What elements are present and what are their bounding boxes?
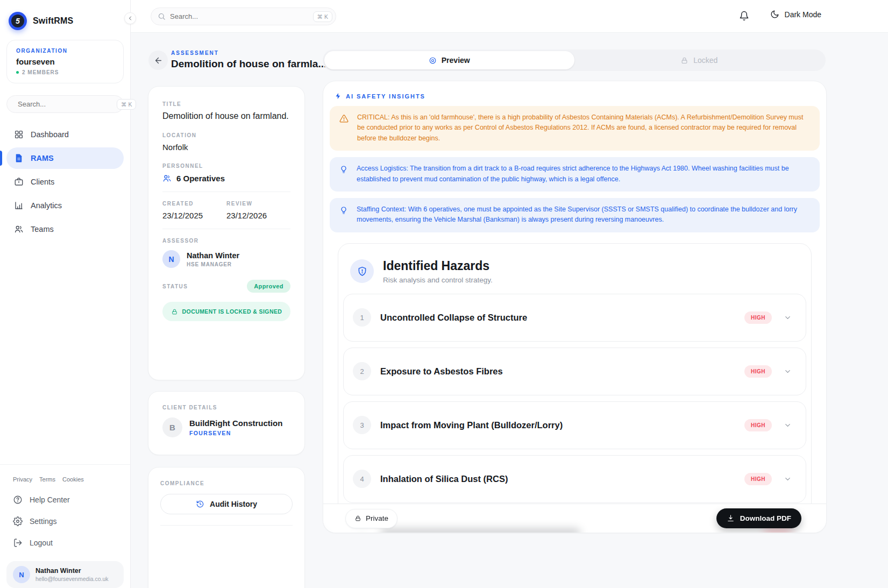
- locked-signed-banner: DOCUMENT IS LOCKED & SIGNED: [162, 302, 290, 321]
- critical-insight-text: CRITICAL: As this is an 'old farmhouse',…: [357, 112, 810, 144]
- hazard-row[interactable]: 3 Impact from Moving Plant (Bulldozer/Lo…: [343, 401, 806, 449]
- privacy-link[interactable]: Privacy: [13, 476, 32, 483]
- sidebar-search[interactable]: ⌘ K: [6, 95, 124, 113]
- cookies-link[interactable]: Cookies: [62, 476, 84, 483]
- review-value: 23/12/2026: [226, 211, 290, 220]
- title-value: Demolition of house on farmland.: [162, 111, 290, 121]
- sidebar-item-analytics[interactable]: Analytics: [6, 195, 124, 216]
- hazard-number: 2: [353, 362, 371, 380]
- assessment-title: Demolition of house on farmla...: [171, 58, 326, 70]
- lightbulb-icon: [339, 206, 348, 215]
- warning-triangle-icon: [339, 114, 349, 123]
- notifications-button[interactable]: [739, 11, 749, 21]
- personnel-icon: [162, 174, 172, 183]
- moon-icon: [770, 10, 779, 19]
- hazard-row[interactable]: 2 Exposure to Asbestos Fibres HIGH: [343, 348, 806, 395]
- sidebar-nav: Dashboard RAMS Clients Analytics Teams: [0, 123, 130, 241]
- ai-insights-header: AI SAFETY INSIGHTS: [335, 93, 826, 100]
- compliance-label: COMPLIANCE: [160, 480, 293, 486]
- util-label: Logout: [30, 539, 53, 547]
- organization-card[interactable]: ORGANIZATION fourseven 2 MEMBERS: [6, 40, 124, 83]
- global-search-shortcut: ⌘ K: [313, 11, 332, 22]
- current-user-card[interactable]: N Nathan Winter hello@foursevenmedia.co.…: [6, 561, 124, 588]
- severity-badge: HIGH: [744, 473, 772, 485]
- online-dot: [16, 71, 19, 74]
- global-search[interactable]: ⌘ K: [151, 8, 336, 25]
- topbar: ⌘ K Dark Mode: [131, 0, 888, 33]
- hazards-subtitle: Risk analysis and control strategy.: [383, 276, 493, 284]
- lightbulb-icon: [339, 165, 348, 174]
- review-label: REVIEW: [226, 201, 290, 207]
- chevron-down-icon[interactable]: [784, 421, 792, 429]
- sidebar-search-input[interactable]: [18, 100, 112, 108]
- nav-label: Teams: [31, 225, 54, 233]
- bell-icon: [739, 11, 749, 21]
- utility-nav: Help Center Settings Logout: [0, 485, 130, 558]
- identified-hazards-section: Identified Hazards Risk analysis and con…: [338, 243, 812, 533]
- organization-members: 2 MEMBERS: [22, 69, 59, 75]
- chevron-left-icon: [127, 15, 133, 22]
- location-value: Norfolk: [162, 143, 290, 152]
- back-button[interactable]: [148, 51, 168, 70]
- preview-eye-icon: [429, 56, 437, 65]
- visibility-toggle[interactable]: Private: [345, 509, 397, 528]
- assessment-preview-panel: AI SAFETY INSIGHTS CRITICAL: As this is …: [323, 81, 827, 533]
- logout-item[interactable]: Logout: [6, 532, 124, 554]
- assessor-name: Nathan Winter: [187, 251, 239, 260]
- download-pdf-button[interactable]: Download PDF: [716, 508, 801, 528]
- settings-item[interactable]: Settings: [6, 511, 124, 532]
- user-name: Nathan Winter: [35, 567, 109, 575]
- content-area: ASSESSMENT Demolition of house on farmla…: [131, 33, 888, 588]
- status-label: STATUS: [162, 284, 188, 289]
- shield-badge: [350, 259, 374, 283]
- insight-note: Access Logistics: The transition from a …: [330, 157, 820, 192]
- audit-history-button[interactable]: Audit History: [160, 494, 293, 514]
- hazards-list: 1 Uncontrolled Collapse of Structure HIG…: [338, 294, 811, 503]
- insight-notes: Access Logistics: The transition from a …: [323, 157, 826, 232]
- chevron-down-icon[interactable]: [784, 314, 792, 322]
- assessor-label: ASSESSOR: [162, 238, 290, 244]
- hazards-title: Identified Hazards: [383, 259, 493, 273]
- global-search-input[interactable]: [170, 12, 309, 20]
- nav-label: Analytics: [31, 201, 62, 210]
- dark-mode-toggle[interactable]: Dark Mode: [770, 10, 821, 19]
- help-center-item[interactable]: Help Center: [6, 489, 124, 511]
- sidebar-item-dashboard[interactable]: Dashboard: [6, 124, 124, 145]
- hazard-row[interactable]: 1 Uncontrolled Collapse of Structure HIG…: [343, 294, 806, 342]
- tab-preview[interactable]: Preview: [324, 51, 574, 69]
- search-icon: [158, 12, 166, 20]
- analytics-icon: [14, 201, 24, 210]
- organization-label: ORGANIZATION: [16, 48, 114, 54]
- sidebar-collapse-button[interactable]: [124, 12, 136, 24]
- assessor-role: HSE MANAGER: [187, 261, 239, 267]
- sidebar-item-rams[interactable]: RAMS: [6, 147, 124, 169]
- severity-badge: HIGH: [744, 365, 772, 378]
- hazard-number: 3: [353, 416, 371, 434]
- clients-icon: [14, 177, 24, 187]
- hazard-row[interactable]: 4 Inhalation of Silica Dust (RCS) HIGH: [343, 455, 806, 503]
- lock-icon: [171, 308, 178, 315]
- critical-insight: CRITICAL: As this is an 'old farmhouse',…: [330, 106, 820, 151]
- teams-icon: [14, 224, 24, 234]
- title-label: TITLE: [162, 101, 290, 107]
- sidebar: 5 SwiftRMS ORGANIZATION fourseven 2 MEMB…: [0, 0, 131, 588]
- insight-note: Staffing Context: With 6 operatives, one…: [330, 198, 820, 232]
- tab-locked[interactable]: Locked: [574, 51, 825, 69]
- client-avatar: B: [162, 417, 182, 437]
- chevron-down-icon[interactable]: [784, 367, 792, 376]
- view-mode-tabs: Preview Locked: [323, 49, 826, 71]
- util-label: Settings: [30, 517, 57, 526]
- terms-link[interactable]: Terms: [39, 476, 55, 483]
- sidebar-item-clients[interactable]: Clients: [6, 171, 124, 193]
- divider: [162, 229, 290, 229]
- chevron-down-icon[interactable]: [784, 475, 792, 483]
- arrow-left-icon: [154, 56, 163, 65]
- nav-label: RAMS: [31, 154, 54, 162]
- assessment-eyebrow: ASSESSMENT: [171, 50, 219, 56]
- divider: [160, 525, 293, 526]
- download-icon: [727, 514, 735, 522]
- sidebar-item-teams[interactable]: Teams: [6, 218, 124, 240]
- divider: [162, 192, 290, 192]
- compliance-card: COMPLIANCE Audit History: [148, 467, 305, 588]
- hazard-title: Uncontrolled Collapse of Structure: [380, 313, 744, 323]
